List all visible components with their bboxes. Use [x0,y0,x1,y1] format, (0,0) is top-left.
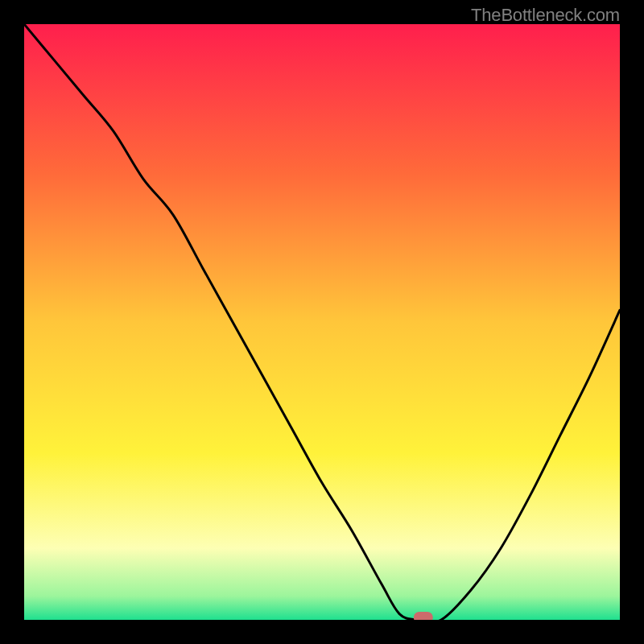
watermark-label: TheBottleneck.com [471,5,620,26]
plot-area [24,24,620,620]
chart-svg [24,24,620,620]
chart-frame: TheBottleneck.com [0,0,644,644]
gradient-background [24,24,620,620]
optimal-marker [414,612,433,620]
